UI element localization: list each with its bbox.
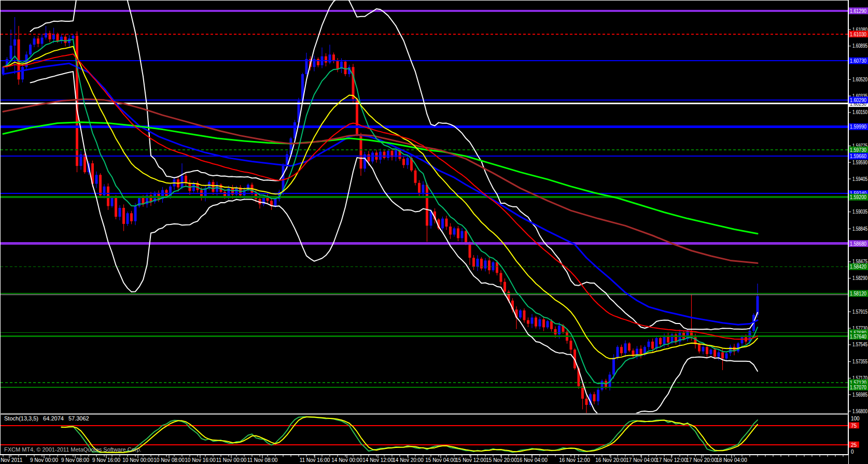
time-axis-label: 9 Nov 08:00: [61, 457, 89, 463]
time-axis-label: 18 Nov 04:00: [716, 457, 747, 463]
price-badge-label: 1.60730: [850, 58, 866, 64]
price-tick-label: 1.59405: [852, 176, 867, 182]
stoch-level-badge-label: 25: [851, 442, 857, 448]
price-tick-label: 1.56985: [852, 392, 867, 398]
time-axis-label: 14 Nov 00:00: [331, 457, 362, 463]
time-axis-label: 10 Nov 16:00: [185, 457, 216, 463]
price-tick-label: 1.59035: [852, 209, 867, 215]
time-axis-label: 11 Nov 00:00: [216, 457, 247, 463]
price-badge-label: 1.58120: [850, 291, 866, 297]
time-axis-label: 9 Nov 16:00: [92, 457, 120, 463]
price-tick-label: 1.57355: [852, 359, 867, 364]
stoch-indicator-name: Stoch(13,3,5): [4, 415, 38, 421]
time-axis-label: 17 Nov 04:00: [626, 457, 657, 463]
time-axis-label: 16 Nov 12:00: [559, 457, 590, 463]
time-axis-label: 17 Nov 12:00: [656, 457, 687, 463]
stoch-k-value: 64.2074: [43, 415, 64, 421]
time-axis-label: 16 Nov 20:00: [595, 457, 626, 463]
time-axis-label: 15 Nov 04:00: [425, 457, 456, 463]
time-axis-label: 15 Nov 12:00: [455, 457, 486, 463]
price-tick-label: 1.60520: [852, 77, 867, 82]
price-tick-label: 1.59590: [852, 160, 867, 165]
stoch-indicator-label: Stoch(13,3,5) 64.2074 57.3062: [4, 415, 92, 421]
price-badge-label: 1.57070: [850, 385, 866, 390]
chart-canvas[interactable]: 1.610801.608951.605201.603351.601501.597…: [0, 0, 868, 464]
price-badge-label: 1.57640: [850, 334, 866, 340]
price-tick-label: 1.60895: [852, 43, 867, 49]
price-tick-label: 1.58290: [852, 275, 867, 281]
time-axis-label: 17 Nov 20:00: [686, 457, 717, 463]
price-tick-label: 1.57545: [852, 342, 867, 347]
time-axis-label: 10 Nov 00:00: [122, 457, 153, 463]
price-badge-label: 1.59200: [850, 194, 866, 200]
stoch-scale-top: 100: [851, 416, 860, 421]
time-axis-label: 16 Nov 04:00: [516, 457, 548, 463]
price-tick-label: 1.60150: [852, 109, 867, 115]
price-badge-label: 1.59990: [850, 124, 866, 130]
time-axis-label: 14 Nov 12:00: [362, 457, 394, 463]
time-axis-label: 10 Nov 08:00: [153, 457, 185, 463]
price-badge-label: 1.61030: [850, 32, 866, 37]
price-badge-label: 1.59730: [850, 147, 866, 153]
chart-root: 1.610801.608951.605201.603351.601501.597…: [0, 0, 868, 464]
time-axis-label: 8 Nov 2011: [0, 457, 23, 463]
price-badge-label: 1.58680: [850, 241, 866, 247]
price-badge-label: 1.61290: [850, 8, 866, 14]
time-axis-label: 9 Nov 00:00: [30, 457, 58, 463]
watermark: FXCM MT4, © 2001-2011 MetaQuotes Softwar…: [4, 446, 142, 453]
chart-background: [0, 0, 868, 464]
stoch-d-value: 57.3062: [68, 415, 89, 421]
price-badge-label: 1.60290: [850, 97, 866, 103]
price-tick-label: 1.57915: [852, 309, 867, 315]
price-tick-label: 1.56800: [852, 409, 867, 414]
time-axis-label: 15 Nov 20:00: [486, 457, 517, 463]
price-badge-label: 1.59660: [850, 153, 866, 159]
stoch-level-badge-label: 75: [851, 423, 857, 429]
time-axis-label: 11 Nov 08:00: [247, 457, 278, 463]
time-axis-label: 14 Nov 20:00: [393, 457, 424, 463]
price-badge-label: 1.58420: [850, 264, 866, 270]
stoch-scale-bottom: 0: [851, 449, 854, 455]
time-axis-label: 11 Nov 16:00: [300, 457, 330, 463]
price-tick-label: 1.58845: [852, 226, 867, 232]
